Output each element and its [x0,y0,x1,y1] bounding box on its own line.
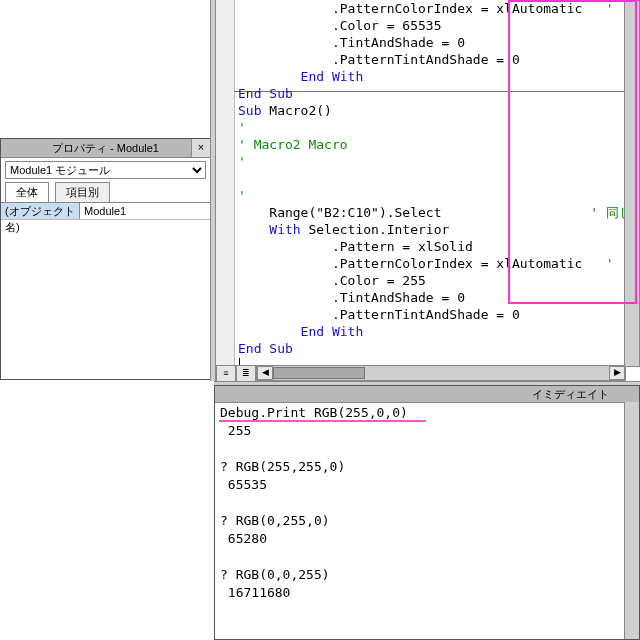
property-value[interactable]: Module1 [80,203,210,219]
immediate-scrollbar[interactable] [624,402,639,639]
view-mode-buttons: ≡ ≣ [216,365,256,381]
object-selector[interactable]: Module1 モジュール [5,161,206,179]
annotation-underline [219,420,426,422]
immediate-title: イミディエイト [532,388,609,400]
property-key: (オブジェクト名) [1,203,80,219]
immediate-body[interactable]: Debug.Print RGB(255,0,0) 255 ? RGB(255,2… [220,404,625,639]
properties-tabs: 全体 項目別 [1,182,210,202]
scroll-thumb[interactable] [273,367,365,379]
immediate-window: イミディエイト Debug.Print RGB(255,0,0) 255 ? R… [214,385,640,640]
horizontal-scrollbar[interactable]: ◀ ▶ [256,365,626,381]
tab-all[interactable]: 全体 [5,182,49,202]
vertical-scrollbar[interactable] [624,0,640,367]
properties-title: プロパティ - Module1 [52,142,159,154]
full-module-view-icon[interactable]: ≣ [236,365,256,381]
properties-window: プロパティ - Module1 × Module1 モジュール 全体 項目別 (… [0,138,211,380]
property-row: (オブジェクト名) Module1 [1,202,210,219]
procedure-view-icon[interactable]: ≡ [216,365,236,381]
code-editor[interactable]: .PatternColorIndex = xlAutomatic ' 「黄」色 … [238,0,640,363]
properties-titlebar[interactable]: プロパティ - Module1 × [1,139,210,158]
scroll-right-icon[interactable]: ▶ [609,366,625,380]
close-icon[interactable]: × [191,139,210,157]
tab-by-category[interactable]: 項目別 [55,182,110,202]
scroll-left-icon[interactable]: ◀ [257,366,273,380]
properties-empty-area [1,219,210,350]
immediate-titlebar[interactable]: イミディエイト [215,386,639,403]
code-gutter [216,0,235,381]
code-pane: .PatternColorIndex = xlAutomatic ' 「黄」色 … [216,0,640,381]
